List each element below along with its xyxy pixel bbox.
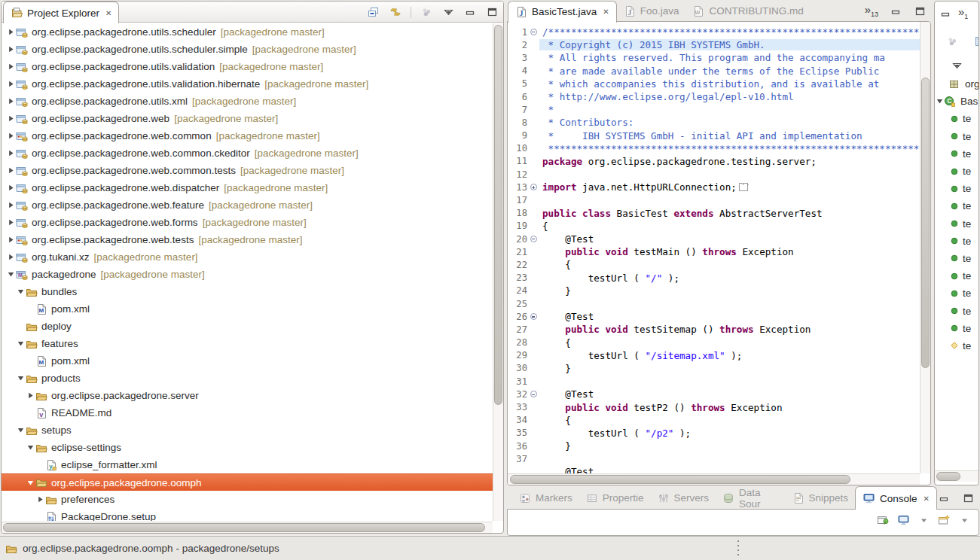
tree-item[interactable]: org.eclipse.packagedrone.utils.scheduler…: [2, 23, 493, 41]
tree-item[interactable]: org.tukani.xz[packagedrone master]: [2, 248, 493, 266]
close-icon[interactable]: ✕: [105, 9, 111, 17]
code-line[interactable]: 1/**************************************…: [508, 26, 920, 38]
code-line[interactable]: 25: [508, 297, 920, 310]
code-line[interactable]: 4 * are made available under the terms o…: [508, 65, 920, 78]
link-with-editor-icon[interactable]: [389, 5, 402, 19]
code-line[interactable]: 36 }: [508, 440, 920, 452]
tree-item[interactable]: org.eclipse.packagedrone.web.feature[pac…: [2, 196, 493, 214]
minimize-icon[interactable]: [939, 7, 952, 20]
collapse-arrow-icon[interactable]: [26, 479, 35, 486]
outline-item[interactable]: te: [935, 163, 978, 180]
tree-item[interactable]: org.eclipse.packagedrone.utils.validatio…: [2, 75, 493, 93]
tab-snippets[interactable]: Snippets: [786, 486, 856, 510]
code-line[interactable]: 12: [508, 168, 920, 181]
working-set-icon[interactable]: [945, 35, 959, 48]
drag-handle[interactable]: [737, 539, 740, 557]
collapse-arrow-icon[interactable]: [26, 444, 35, 451]
expand-arrow-icon[interactable]: [6, 115, 15, 122]
collapse-all-icon[interactable]: [367, 5, 380, 19]
code-line[interactable]: 24 }: [508, 285, 920, 297]
expand-arrow-icon[interactable]: [6, 254, 15, 260]
expand-arrow-icon[interactable]: [6, 219, 15, 226]
maximize-icon[interactable]: [961, 492, 975, 505]
editor-vertical-scrollbar[interactable]: [920, 22, 930, 473]
fold-collapse-icon[interactable]: [527, 391, 539, 397]
expand-arrow-icon[interactable]: [26, 392, 35, 399]
display-selected-console-icon[interactable]: [896, 513, 910, 527]
collapse-arrow-icon[interactable]: [16, 288, 25, 295]
code-line[interactable]: 17: [508, 193, 920, 206]
tree-vertical-scrollbar[interactable]: [493, 23, 503, 521]
fold-marker[interactable]: [530, 29, 537, 35]
expand-arrow-icon[interactable]: [6, 63, 15, 70]
tree-item[interactable]: org.eclipse.packagedrone.web.dispatcher[…: [2, 179, 493, 196]
expand-arrow-icon[interactable]: [6, 98, 15, 105]
tab-servers[interactable]: Servers: [651, 486, 716, 510]
outline-item[interactable]: te: [935, 128, 978, 145]
scrollbar-thumb[interactable]: [3, 523, 485, 532]
expand-arrow-icon[interactable]: [6, 29, 15, 35]
code-line[interactable]: 29 testUrl ( "/sitemap.xml" );: [508, 349, 920, 362]
code-line[interactable]: 26 @Test: [508, 310, 920, 323]
fold-marker[interactable]: [530, 313, 537, 320]
outline-item[interactable]: te: [935, 285, 978, 302]
tree-item[interactable]: bundles: [2, 283, 493, 300]
outline-item[interactable]: te: [935, 302, 978, 319]
view-menu-icon[interactable]: [441, 5, 455, 19]
code-line[interactable]: 10 *************************************…: [508, 142, 920, 155]
expand-arrow-icon[interactable]: [6, 202, 15, 208]
tree-item[interactable]: org.eclipse.packagedrone.utils.scheduler…: [2, 41, 493, 58]
outline-item[interactable]: org: [935, 75, 978, 93]
code-line[interactable]: 27 public void testSitemap () throws Exc…: [508, 323, 920, 336]
tab-overflow-chevron[interactable]: »13: [865, 4, 878, 18]
sort-icon[interactable]: [972, 35, 979, 48]
tree-item[interactable]: yeclipse_formatter.xml: [2, 456, 493, 473]
code-line[interactable]: 6 * http://www.eclipse.org/legal/epl-v10…: [508, 90, 920, 103]
expand-arrow-icon[interactable]: [6, 81, 15, 87]
tree-item[interactable]: org.eclipse.packagedrone.web.common[pack…: [2, 127, 493, 145]
outline-item[interactable]: te: [935, 337, 978, 355]
code-line[interactable]: @Test: [508, 465, 920, 473]
code-line[interactable]: 8 * Contributors:: [508, 116, 920, 129]
expand-arrow-icon[interactable]: [6, 46, 15, 53]
open-console-icon[interactable]: [937, 513, 951, 527]
tree-item[interactable]: org.eclipse.packagedrone.web.forms[packa…: [2, 214, 493, 231]
tab-console[interactable]: Console✕: [855, 486, 937, 510]
code-editor[interactable]: 1/**************************************…: [508, 22, 920, 473]
code-line[interactable]: 5 * which accompanies this distribution,…: [508, 78, 920, 90]
tree-item[interactable]: org.eclipse.packagedrone.utils.validatio…: [2, 58, 493, 75]
collapse-arrow-icon[interactable]: [16, 427, 25, 434]
outline-item[interactable]: te: [935, 215, 978, 233]
tree-item[interactable]: org.eclipse.packagedrone.web.tests[packa…: [2, 231, 493, 248]
code-line[interactable]: 22 {: [508, 258, 920, 271]
code-line[interactable]: 31: [508, 375, 920, 388]
code-line[interactable]: 30 }: [508, 362, 920, 375]
tree-item[interactable]: org.eclipse.packagedrone.web.common.test…: [2, 162, 493, 179]
collapse-arrow-icon[interactable]: [16, 340, 25, 347]
scrollbar-thumb[interactable]: [921, 78, 930, 368]
minimize-icon[interactable]: [937, 492, 951, 505]
close-icon[interactable]: ✕: [603, 8, 609, 16]
tree-item[interactable]: org.eclipse.packagedrone.web.common.cked…: [2, 145, 493, 162]
tab-project-explorer[interactable]: Project Explorer ✕: [3, 2, 119, 23]
collapse-arrow-icon[interactable]: [16, 375, 25, 382]
expand-arrow-icon[interactable]: [6, 184, 15, 191]
tree-item[interactable]: org.eclipse.packagedrone.web[packagedron…: [2, 110, 493, 127]
code-line[interactable]: 35 testUrl ( "/p2" );: [508, 427, 920, 440]
scrollbar-thumb[interactable]: [936, 472, 960, 481]
code-line[interactable]: 11package org.eclipse.packagedrone.testi…: [508, 155, 920, 168]
code-line[interactable]: 20 @Test: [508, 233, 920, 245]
tree-item[interactable]: features: [2, 335, 493, 352]
tree-item[interactable]: setups: [2, 422, 493, 439]
code-line[interactable]: 33 public void testP2 () throws Exceptio…: [508, 400, 920, 413]
view-overflow-chevron[interactable]: »1: [958, 6, 968, 20]
code-line[interactable]: 13import java.net.HttpURLConnection;: [508, 181, 920, 193]
tree-item[interactable]: Mpackagedrone[packagedrone master]: [2, 266, 493, 283]
tree-item[interactable]: Mpom.xml: [2, 352, 493, 370]
tree-item[interactable]: org.eclipse.packagedrone.utils.xml[packa…: [2, 93, 493, 110]
code-line[interactable]: 9 * IBH SYSTEMS GmbH - initial API and i…: [508, 129, 920, 142]
expand-arrow-icon[interactable]: [6, 150, 15, 157]
code-line[interactable]: 23 testUrl ( "/" );: [508, 272, 920, 285]
tab-data-sour[interactable]: Data Sour: [716, 486, 785, 510]
tree-item[interactable]: org.eclipse.packagedrone.oomph: [2, 473, 493, 491]
